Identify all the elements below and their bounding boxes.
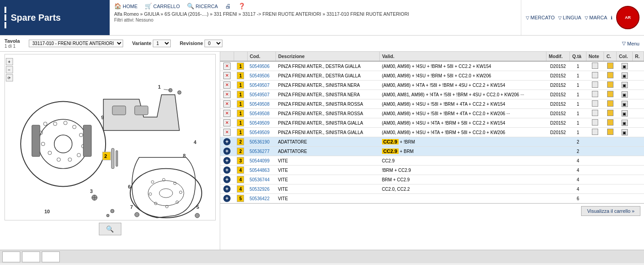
help-link[interactable]: ❓ — [238, 3, 245, 9]
info-icon[interactable]: ℹ — [611, 15, 613, 20]
note-cell[interactable] — [586, 90, 604, 99]
revisione-select[interactable]: 0 — [204, 40, 222, 47]
cod-cell[interactable]: 50536190 — [247, 137, 275, 147]
r-cell[interactable] — [633, 99, 644, 109]
c-cell[interactable] — [604, 81, 617, 90]
r-cell[interactable] — [633, 81, 644, 90]
cod-cell[interactable]: 50549507 — [247, 90, 275, 99]
cod-cell[interactable]: 50549507 — [247, 81, 275, 90]
cart-cell[interactable]: ✕ — [220, 81, 234, 90]
home-link[interactable]: 🏠 HOME — [114, 3, 138, 9]
note-cell[interactable] — [586, 71, 604, 81]
r-cell[interactable] — [633, 137, 644, 147]
r-cell[interactable] — [633, 61, 644, 71]
cart-cell[interactable]: + — [220, 137, 234, 147]
r-cell[interactable] — [633, 109, 644, 118]
cod-cell[interactable]: 50544863 — [247, 166, 275, 175]
cart-cell[interactable]: ✕ — [220, 90, 234, 99]
col-cell[interactable] — [617, 156, 633, 166]
cart-cell[interactable]: + — [220, 194, 234, 203]
note-cell[interactable] — [586, 137, 604, 147]
cart-cell[interactable]: ✕ — [220, 118, 234, 128]
cart-cell[interactable]: ✕ — [220, 109, 234, 118]
c-cell[interactable] — [604, 118, 617, 128]
cart-cell[interactable]: + — [220, 147, 234, 156]
thumbnail-3[interactable] — [42, 252, 60, 262]
note-cell[interactable] — [586, 81, 604, 90]
note-cell[interactable] — [586, 61, 604, 71]
col-cell[interactable] — [617, 137, 633, 147]
thumbnail-2[interactable] — [22, 252, 40, 262]
c-cell[interactable] — [604, 194, 617, 203]
mercato-nav[interactable]: ▽ MERCATO — [526, 15, 555, 20]
menu-button[interactable]: ▽ Menu — [622, 40, 640, 46]
search-link[interactable]: 🔍 RICERCA — [187, 3, 218, 9]
col-cell[interactable] — [617, 166, 633, 175]
col-cell[interactable] — [617, 184, 633, 194]
zoom-out-button[interactable]: − — [6, 66, 13, 73]
note-cell[interactable] — [586, 109, 604, 118]
cod-cell[interactable]: 50549506 — [247, 61, 275, 71]
diagram-search-button[interactable]: 🔍 — [99, 223, 121, 235]
col-cell[interactable] — [617, 147, 633, 156]
view-cart-button[interactable]: Visualizza il carrello » — [581, 206, 640, 216]
cart-cell[interactable]: + — [220, 156, 234, 166]
cart-cell[interactable]: ✕ — [220, 71, 234, 81]
parts-diagram[interactable]: 1 2 3 4 — [5, 54, 215, 220]
col-cell[interactable]: ▣ — [617, 128, 633, 137]
tavola-select[interactable]: 33117-010 - FRENI RUOTE ANTERIORI — [29, 40, 123, 47]
note-cell[interactable] — [586, 156, 604, 166]
c-cell[interactable] — [604, 147, 617, 156]
r-cell[interactable] — [633, 184, 644, 194]
c-cell[interactable] — [604, 184, 617, 194]
col-cell[interactable]: ▣ — [617, 90, 633, 99]
c-cell[interactable] — [604, 166, 617, 175]
col-cell[interactable]: ▣ — [617, 71, 633, 81]
cod-cell[interactable]: 50544099 — [247, 156, 275, 166]
cart-cell[interactable]: + — [220, 166, 234, 175]
cod-cell[interactable]: 50536744 — [247, 175, 275, 184]
marca-nav[interactable]: ▽ MARCA — [585, 15, 607, 20]
col-cell[interactable] — [617, 175, 633, 184]
note-cell[interactable] — [586, 175, 604, 184]
cod-cell[interactable]: 50549508 — [247, 99, 275, 109]
r-cell[interactable] — [633, 166, 644, 175]
c-cell[interactable] — [604, 156, 617, 166]
col-cell[interactable]: ▣ — [617, 61, 633, 71]
thumbnail-1[interactable] — [2, 252, 20, 262]
print-link[interactable]: 🖨 — [225, 3, 231, 9]
cod-cell[interactable]: 50536422 — [247, 194, 275, 203]
col-cell[interactable]: ▣ — [617, 81, 633, 90]
cart-link[interactable]: 🛒 CARRELLO — [145, 3, 180, 9]
cart-cell[interactable]: ✕ — [220, 61, 234, 71]
r-cell[interactable] — [633, 156, 644, 166]
r-cell[interactable] — [633, 194, 644, 203]
note-cell[interactable] — [586, 99, 604, 109]
c-cell[interactable] — [604, 109, 617, 118]
c-cell[interactable] — [604, 99, 617, 109]
col-cell[interactable] — [617, 194, 633, 203]
cart-cell[interactable]: + — [220, 175, 234, 184]
col-cell[interactable]: ▣ — [617, 99, 633, 109]
c-cell[interactable] — [604, 71, 617, 81]
variante-select[interactable]: 1 — [153, 40, 171, 47]
cart-cell[interactable]: + — [220, 184, 234, 194]
note-cell[interactable] — [586, 184, 604, 194]
r-cell[interactable] — [633, 71, 644, 81]
cod-cell[interactable]: 50532926 — [247, 184, 275, 194]
cod-cell[interactable]: 50549506 — [247, 71, 275, 81]
lingua-nav[interactable]: ▽ LINGUA — [558, 15, 581, 20]
col-cell[interactable]: ▣ — [617, 109, 633, 118]
r-cell[interactable] — [633, 118, 644, 128]
c-cell[interactable] — [604, 137, 617, 147]
c-cell[interactable] — [604, 61, 617, 71]
note-cell[interactable] — [586, 118, 604, 128]
cart-cell[interactable]: ✕ — [220, 128, 234, 137]
cod-cell[interactable]: 50549509 — [247, 118, 275, 128]
note-cell[interactable] — [586, 147, 604, 156]
c-cell[interactable] — [604, 128, 617, 137]
cod-cell[interactable]: 50549508 — [247, 109, 275, 118]
r-cell[interactable] — [633, 90, 644, 99]
cart-cell[interactable]: ✕ — [220, 99, 234, 109]
note-cell[interactable] — [586, 128, 604, 137]
